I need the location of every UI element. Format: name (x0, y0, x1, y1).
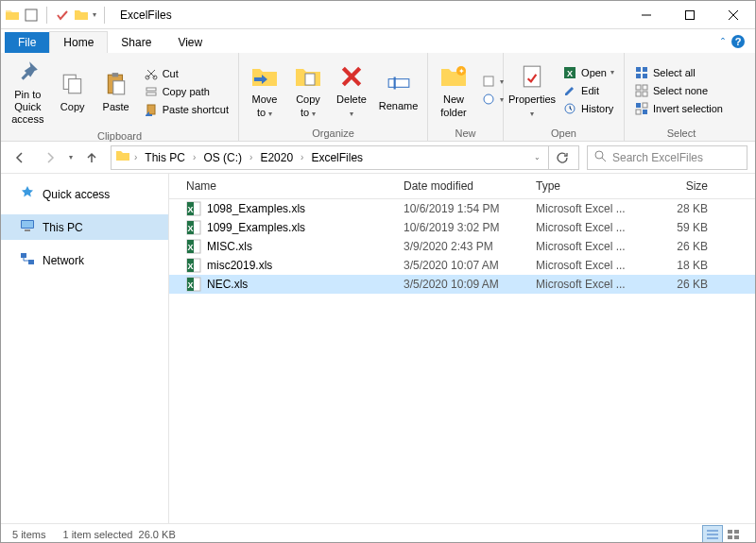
file-name: NEC.xls (207, 278, 248, 291)
sidebar-item-this-pc[interactable]: This PC (1, 214, 168, 240)
paste-button[interactable]: Paste (96, 67, 136, 115)
file-date: 3/9/2020 2:43 PM (404, 240, 536, 253)
sidebar-item-quick-access[interactable]: Quick access (1, 181, 168, 207)
table-row[interactable]: XNEC.xls3/5/2020 10:09 AMMicrosoft Excel… (169, 275, 755, 294)
organize-group-label: Organize (239, 127, 427, 141)
open-button[interactable]: X Open ▾ (558, 64, 618, 81)
status-selected-size: 26.0 KB (139, 529, 176, 540)
ribbon-group-clipboard: Pin to Quick access Copy Paste Cut Copy … (1, 53, 239, 141)
address-dropdown-icon[interactable]: ⌄ (528, 153, 546, 161)
cut-label: Cut (163, 68, 179, 79)
table-row[interactable]: XMISC.xls3/9/2020 2:43 PMMicrosoft Excel… (169, 237, 755, 256)
properties-icon (517, 61, 547, 92)
forward-button[interactable] (39, 146, 61, 169)
details-view-button[interactable] (702, 525, 723, 543)
new-folder-button[interactable]: ✦ New folder (434, 59, 473, 120)
properties-button[interactable]: Properties▾ (509, 59, 555, 120)
chevron-right-icon[interactable]: › (248, 152, 254, 162)
svg-rect-68 (734, 535, 739, 539)
svg-text:✦: ✦ (458, 67, 465, 76)
chevron-right-icon[interactable]: › (299, 152, 305, 162)
qat-save-icon[interactable] (24, 8, 39, 23)
tab-share[interactable]: Share (108, 32, 164, 53)
close-button[interactable] (712, 1, 755, 29)
qat-properties-icon[interactable] (55, 8, 70, 23)
svg-rect-38 (636, 110, 641, 114)
chevron-right-icon[interactable]: › (132, 152, 139, 162)
help-icon[interactable]: ? (730, 34, 746, 53)
refresh-button[interactable] (548, 146, 575, 169)
copy-button[interactable]: Copy (53, 67, 93, 115)
svg-text:X: X (187, 280, 193, 290)
file-list: Name Date modified Type Size X1098_Examp… (169, 174, 755, 523)
open-group-label: Open (504, 127, 624, 141)
excel-file-icon: X (186, 220, 201, 235)
column-size[interactable]: Size (649, 179, 723, 193)
clipboard-group-label: Clipboard (1, 130, 238, 144)
cut-button[interactable]: Cut (140, 65, 232, 82)
move-to-button[interactable]: Move to ▾ (245, 59, 284, 120)
file-type: Microsoft Excel ... (536, 221, 649, 234)
select-all-button[interactable]: Select all (630, 64, 727, 81)
delete-icon (336, 61, 367, 92)
move-to-icon (249, 61, 280, 92)
crumb-os-c[interactable]: OS (C:) (199, 149, 246, 166)
crumb-e2020[interactable]: E2020 (256, 149, 297, 166)
large-icons-view-button[interactable] (723, 525, 744, 543)
svg-rect-8 (68, 79, 80, 93)
search-input[interactable]: Search ExcelFiles (587, 145, 747, 170)
tab-view[interactable]: View (164, 32, 215, 53)
sidebar-label: This PC (43, 221, 83, 234)
ribbon-group-open: Properties▾ X Open ▾ Edit History Open (504, 53, 625, 141)
copy-label: Copy (60, 101, 85, 113)
maximize-button[interactable] (668, 1, 712, 29)
sidebar-item-network[interactable]: Network (1, 247, 168, 273)
edit-button[interactable]: Edit (558, 82, 618, 99)
pin-icon (12, 57, 43, 87)
new-folder-icon: ✦ (438, 61, 469, 92)
minimize-button[interactable] (625, 1, 668, 29)
column-type[interactable]: Type (536, 179, 649, 193)
history-label: History (581, 103, 613, 114)
svg-rect-34 (636, 92, 641, 96)
navigation-bar: ▾ › This PC › OS (C:) › E2020 › ExcelFil… (1, 142, 755, 174)
table-row[interactable]: X1098_Examples.xls10/6/2019 1:54 PMMicro… (169, 199, 755, 218)
svg-text:X: X (567, 69, 573, 78)
pin-to-quick-access-button[interactable]: Pin to Quick access (7, 55, 49, 128)
file-name: misc2019.xls (207, 259, 272, 272)
history-button[interactable]: History (558, 100, 618, 117)
paste-shortcut-button[interactable]: Paste shortcut (140, 101, 232, 118)
copy-path-button[interactable]: Copy path (140, 83, 232, 100)
sidebar-label: Network (43, 254, 84, 267)
select-all-label: Select all (653, 67, 696, 78)
table-row[interactable]: X1099_Examples.xls10/6/2019 3:02 PMMicro… (169, 218, 755, 237)
ribbon-collapse-icon[interactable]: ˆ (721, 37, 725, 50)
column-name[interactable]: Name (169, 179, 404, 193)
crumb-excelfiles[interactable]: ExcelFiles (307, 149, 367, 166)
rename-button[interactable]: Rename (375, 66, 421, 114)
tab-file[interactable]: File (5, 32, 49, 53)
tab-home[interactable]: Home (49, 31, 108, 53)
search-placeholder: Search ExcelFiles (612, 151, 703, 164)
invert-selection-button[interactable]: Invert selection (630, 100, 727, 117)
recent-locations-dropdown[interactable]: ▾ (69, 153, 73, 161)
back-button[interactable] (9, 146, 31, 169)
svg-rect-45 (21, 253, 26, 258)
column-date[interactable]: Date modified (404, 179, 536, 193)
copy-to-icon (293, 61, 323, 92)
excel-file-icon: X (186, 239, 201, 254)
chevron-right-icon[interactable]: › (191, 152, 198, 162)
delete-button[interactable]: Delete▾ (332, 59, 371, 120)
main-content: Quick access This PC Network Name Date m… (1, 174, 755, 523)
table-row[interactable]: Xmisc2019.xls3/5/2020 10:07 AMMicrosoft … (169, 256, 755, 275)
star-icon (20, 185, 35, 203)
crumb-this-pc[interactable]: This PC (141, 149, 189, 166)
up-button[interactable] (80, 146, 103, 169)
select-none-button[interactable]: Select none (630, 82, 727, 99)
svg-rect-17 (305, 74, 315, 85)
address-bar[interactable]: › This PC › OS (C:) › E2020 › ExcelFiles… (111, 145, 579, 170)
invert-selection-icon (634, 101, 649, 116)
file-type: Microsoft Excel ... (536, 259, 649, 272)
qat-dropdown-icon[interactable]: ▾ (93, 10, 96, 19)
copy-to-button[interactable]: Copy to ▾ (288, 59, 328, 120)
